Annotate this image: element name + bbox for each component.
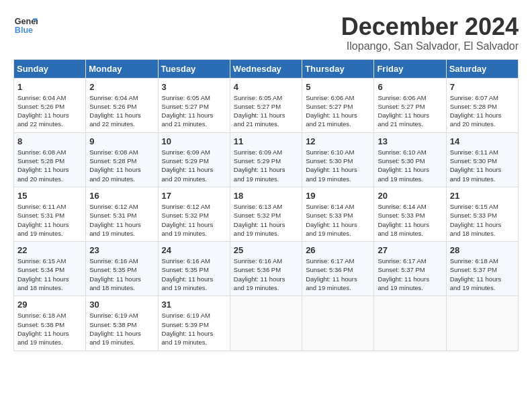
calendar-day-cell: 19Sunrise: 6:14 AM Sunset: 5:33 PM Dayli…: [302, 187, 374, 241]
calendar-day-cell: 6Sunrise: 6:06 AM Sunset: 5:27 PM Daylig…: [374, 78, 446, 132]
calendar-day-cell: 14Sunrise: 6:11 AM Sunset: 5:30 PM Dayli…: [446, 132, 518, 187]
day-number: 27: [378, 245, 442, 255]
day-info: Sunrise: 6:05 AM Sunset: 5:27 PM Dayligh…: [162, 93, 226, 129]
day-info: Sunrise: 6:04 AM Sunset: 5:26 PM Dayligh…: [89, 93, 154, 129]
day-info: Sunrise: 6:11 AM Sunset: 5:30 PM Dayligh…: [450, 148, 515, 183]
day-number: 14: [450, 136, 515, 146]
day-info: Sunrise: 6:16 AM Sunset: 5:35 PM Dayligh…: [89, 257, 154, 292]
calendar-day-cell: 24Sunrise: 6:16 AM Sunset: 5:35 PM Dayli…: [158, 242, 230, 296]
calendar-day-cell: [374, 296, 446, 351]
day-info: Sunrise: 6:18 AM Sunset: 5:37 PM Dayligh…: [450, 257, 515, 292]
calendar-day-cell: 27Sunrise: 6:17 AM Sunset: 5:37 PM Dayli…: [374, 242, 446, 296]
calendar-day-cell: 8Sunrise: 6:08 AM Sunset: 5:28 PM Daylig…: [14, 132, 86, 187]
day-number: 17: [162, 191, 226, 201]
day-info: Sunrise: 6:06 AM Sunset: 5:27 PM Dayligh…: [306, 93, 370, 129]
calendar-week-row: 22Sunrise: 6:15 AM Sunset: 5:34 PM Dayli…: [14, 242, 519, 296]
calendar-day-cell: 17Sunrise: 6:12 AM Sunset: 5:32 PM Dayli…: [158, 187, 230, 241]
day-info: Sunrise: 6:15 AM Sunset: 5:33 PM Dayligh…: [450, 202, 515, 238]
day-info: Sunrise: 6:08 AM Sunset: 5:28 PM Dayligh…: [17, 148, 82, 183]
day-info: Sunrise: 6:11 AM Sunset: 5:31 PM Dayligh…: [17, 202, 82, 238]
day-of-week-header: Tuesday: [158, 59, 230, 78]
day-info: Sunrise: 6:16 AM Sunset: 5:35 PM Dayligh…: [162, 257, 226, 292]
day-number: 9: [89, 136, 154, 146]
day-number: 31: [162, 300, 226, 310]
calendar-day-cell: 3Sunrise: 6:05 AM Sunset: 5:27 PM Daylig…: [158, 78, 230, 132]
day-number: 30: [89, 300, 154, 310]
calendar-day-cell: 16Sunrise: 6:12 AM Sunset: 5:31 PM Dayli…: [86, 187, 158, 241]
day-number: 26: [306, 245, 370, 255]
calendar-day-cell: 31Sunrise: 6:19 AM Sunset: 5:39 PM Dayli…: [158, 296, 230, 351]
location-title: Ilopango, San Salvador, El Salvador: [341, 40, 519, 52]
day-number: 22: [17, 245, 82, 255]
calendar-week-row: 8Sunrise: 6:08 AM Sunset: 5:28 PM Daylig…: [14, 132, 519, 187]
calendar-day-cell: 2Sunrise: 6:04 AM Sunset: 5:26 PM Daylig…: [86, 78, 158, 132]
day-info: Sunrise: 6:07 AM Sunset: 5:28 PM Dayligh…: [450, 93, 515, 129]
calendar-day-cell: 22Sunrise: 6:15 AM Sunset: 5:34 PM Dayli…: [14, 242, 86, 296]
day-info: Sunrise: 6:10 AM Sunset: 5:30 PM Dayligh…: [378, 148, 442, 183]
day-info: Sunrise: 6:14 AM Sunset: 5:33 PM Dayligh…: [306, 202, 370, 238]
calendar-day-cell: 5Sunrise: 6:06 AM Sunset: 5:27 PM Daylig…: [302, 78, 374, 132]
day-number: 7: [450, 82, 515, 92]
day-info: Sunrise: 6:08 AM Sunset: 5:28 PM Dayligh…: [89, 148, 154, 183]
day-number: 16: [89, 191, 154, 201]
day-of-week-header: Sunday: [14, 59, 86, 78]
calendar-day-cell: 11Sunrise: 6:09 AM Sunset: 5:29 PM Dayli…: [230, 132, 302, 187]
calendar-table: SundayMondayTuesdayWednesdayThursdayFrid…: [13, 59, 519, 351]
day-number: 21: [450, 191, 515, 201]
svg-text:Blue: Blue: [15, 26, 33, 35]
day-number: 15: [17, 191, 82, 201]
day-number: 10: [162, 136, 226, 146]
calendar-day-cell: 13Sunrise: 6:10 AM Sunset: 5:30 PM Dayli…: [374, 132, 446, 187]
calendar-day-cell: [446, 296, 518, 351]
day-info: Sunrise: 6:18 AM Sunset: 5:38 PM Dayligh…: [17, 311, 82, 347]
day-of-week-header: Monday: [86, 59, 158, 78]
calendar-day-cell: 15Sunrise: 6:11 AM Sunset: 5:31 PM Dayli…: [14, 187, 86, 241]
calendar-header-row: SundayMondayTuesdayWednesdayThursdayFrid…: [14, 59, 519, 78]
calendar-body: 1Sunrise: 6:04 AM Sunset: 5:26 PM Daylig…: [14, 78, 519, 351]
day-of-week-header: Friday: [374, 59, 446, 78]
day-of-week-header: Saturday: [446, 59, 518, 78]
calendar-day-cell: 28Sunrise: 6:18 AM Sunset: 5:37 PM Dayli…: [446, 242, 518, 296]
day-number: 25: [234, 245, 298, 255]
day-info: Sunrise: 6:06 AM Sunset: 5:27 PM Dayligh…: [378, 93, 442, 129]
calendar-day-cell: 12Sunrise: 6:10 AM Sunset: 5:30 PM Dayli…: [302, 132, 374, 187]
logo: General Blue: [13, 13, 38, 38]
calendar-day-cell: 21Sunrise: 6:15 AM Sunset: 5:33 PM Dayli…: [446, 187, 518, 241]
calendar-week-row: 1Sunrise: 6:04 AM Sunset: 5:26 PM Daylig…: [14, 78, 519, 132]
day-number: 19: [306, 191, 370, 201]
day-info: Sunrise: 6:09 AM Sunset: 5:29 PM Dayligh…: [162, 148, 226, 183]
calendar-day-cell: 30Sunrise: 6:19 AM Sunset: 5:38 PM Dayli…: [86, 296, 158, 351]
day-number: 20: [378, 191, 442, 201]
calendar-day-cell: 29Sunrise: 6:18 AM Sunset: 5:38 PM Dayli…: [14, 296, 86, 351]
calendar-day-cell: 9Sunrise: 6:08 AM Sunset: 5:28 PM Daylig…: [86, 132, 158, 187]
calendar-day-cell: 7Sunrise: 6:07 AM Sunset: 5:28 PM Daylig…: [446, 78, 518, 132]
day-number: 11: [234, 136, 298, 146]
day-info: Sunrise: 6:17 AM Sunset: 5:37 PM Dayligh…: [378, 257, 442, 292]
calendar-day-cell: 18Sunrise: 6:13 AM Sunset: 5:32 PM Dayli…: [230, 187, 302, 241]
day-info: Sunrise: 6:14 AM Sunset: 5:33 PM Dayligh…: [378, 202, 442, 238]
day-number: 2: [89, 82, 154, 92]
month-title: December 2024: [341, 13, 519, 40]
title-area: December 2024 Ilopango, San Salvador, El…: [341, 13, 519, 52]
day-info: Sunrise: 6:05 AM Sunset: 5:27 PM Dayligh…: [234, 93, 298, 129]
day-of-week-header: Wednesday: [230, 59, 302, 78]
day-number: 6: [378, 82, 442, 92]
day-number: 5: [306, 82, 370, 92]
day-number: 24: [162, 245, 226, 255]
calendar-day-cell: 26Sunrise: 6:17 AM Sunset: 5:36 PM Dayli…: [302, 242, 374, 296]
calendar-day-cell: 23Sunrise: 6:16 AM Sunset: 5:35 PM Dayli…: [86, 242, 158, 296]
day-info: Sunrise: 6:15 AM Sunset: 5:34 PM Dayligh…: [17, 257, 82, 292]
calendar-day-cell: 25Sunrise: 6:16 AM Sunset: 5:36 PM Dayli…: [230, 242, 302, 296]
day-info: Sunrise: 6:19 AM Sunset: 5:38 PM Dayligh…: [89, 311, 154, 347]
calendar-day-cell: 10Sunrise: 6:09 AM Sunset: 5:29 PM Dayli…: [158, 132, 230, 187]
day-number: 18: [234, 191, 298, 201]
calendar-week-row: 29Sunrise: 6:18 AM Sunset: 5:38 PM Dayli…: [14, 296, 519, 351]
calendar-day-cell: 4Sunrise: 6:05 AM Sunset: 5:27 PM Daylig…: [230, 78, 302, 132]
calendar-day-cell: 1Sunrise: 6:04 AM Sunset: 5:26 PM Daylig…: [14, 78, 86, 132]
day-info: Sunrise: 6:09 AM Sunset: 5:29 PM Dayligh…: [234, 148, 298, 183]
day-number: 3: [162, 82, 226, 92]
day-number: 12: [306, 136, 370, 146]
day-info: Sunrise: 6:12 AM Sunset: 5:32 PM Dayligh…: [162, 202, 226, 238]
day-info: Sunrise: 6:10 AM Sunset: 5:30 PM Dayligh…: [306, 148, 370, 183]
day-info: Sunrise: 6:17 AM Sunset: 5:36 PM Dayligh…: [306, 257, 370, 292]
